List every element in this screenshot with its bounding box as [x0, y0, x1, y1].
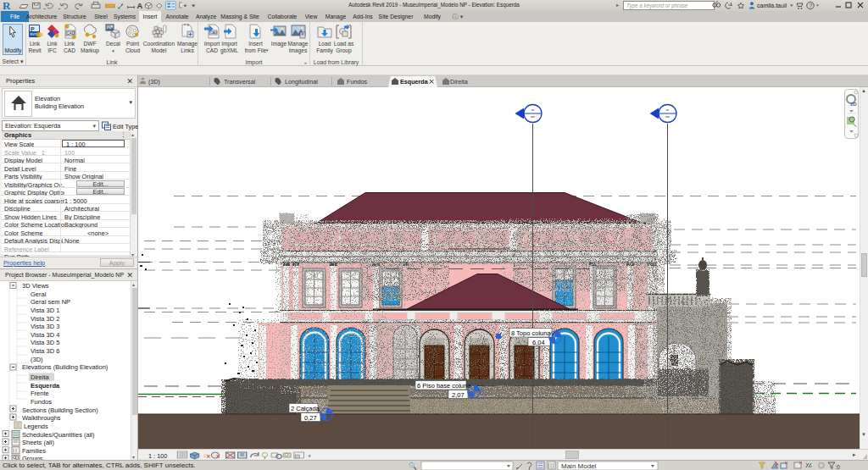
- svg-text:Families: Families: [22, 447, 46, 455]
- svg-text:Transversal: Transversal: [224, 78, 256, 86]
- svg-text:6,04: 6,04: [532, 339, 545, 346]
- svg-text:Schedules/Quantities (all): Schedules/Quantities (all): [22, 431, 95, 439]
- svg-text:2,07: 2,07: [452, 391, 465, 399]
- svg-text:Vista 3D 3: Vista 3D 3: [31, 323, 59, 330]
- svg-text:🔍: 🔍: [409, 462, 417, 470]
- svg-text:8 Topo coluna: 8 Topo coluna: [511, 329, 551, 337]
- svg-text::0: :0: [835, 464, 840, 470]
- svg-text:(3D): (3D): [148, 78, 160, 86]
- svg-text:x: x: [216, 453, 220, 460]
- svg-text:Direita: Direita: [31, 373, 50, 381]
- svg-text:x: x: [207, 453, 210, 460]
- svg-text:Vista 3D 1: Vista 3D 1: [31, 307, 59, 314]
- svg-text:‹: ‹: [308, 452, 310, 460]
- svg-text:2 Calçada: 2 Calçada: [291, 405, 320, 412]
- svg-text:Vista 3D 4: Vista 3D 4: [31, 331, 59, 339]
- svg-text:?: ?: [809, 2, 812, 9]
- svg-text:Frente: Frente: [31, 390, 49, 397]
- svg-text:Elevations (Building Elevation: Elevations (Building Elevation): [22, 363, 108, 371]
- svg-text:Vista 3D 6: Vista 3D 6: [31, 347, 59, 355]
- svg-text:Geral: Geral: [31, 290, 47, 298]
- svg-text:Vista 3D 2: Vista 3D 2: [31, 315, 59, 323]
- svg-text:Direita: Direita: [450, 78, 468, 86]
- svg-text:2D: 2D: [850, 102, 857, 107]
- svg-text:(3D): (3D): [31, 356, 43, 363]
- svg-text:Sheets (all): Sheets (all): [22, 439, 54, 446]
- svg-text:A: A: [137, 2, 143, 10]
- svg-text:6 Piso base coluna: 6 Piso base coluna: [417, 382, 471, 390]
- svg-text:3D Views: 3D Views: [22, 282, 49, 290]
- svg-text:Main Model: Main Model: [561, 462, 597, 470]
- svg-text:Geral sem NP: Geral sem NP: [31, 298, 70, 306]
- svg-text:R: R: [3, 0, 11, 11]
- svg-text:Legends: Legends: [24, 423, 48, 430]
- svg-text:camila.tauil: camila.tauil: [757, 3, 787, 8]
- svg-text:Esquerda: Esquerda: [31, 382, 60, 390]
- svg-text:Sections (Building Section): Sections (Building Section): [22, 406, 98, 414]
- svg-text:Walkthroughs: Walkthroughs: [22, 414, 61, 422]
- svg-text:Esquerda: Esquerda: [400, 78, 429, 86]
- svg-text:Fundos: Fundos: [347, 78, 367, 86]
- svg-text:0,27: 0,27: [304, 414, 317, 422]
- svg-text:Fundos: Fundos: [31, 398, 52, 406]
- svg-text:Longitudinal: Longitudinal: [285, 78, 318, 86]
- svg-text:Vista 3D 5: Vista 3D 5: [31, 339, 59, 346]
